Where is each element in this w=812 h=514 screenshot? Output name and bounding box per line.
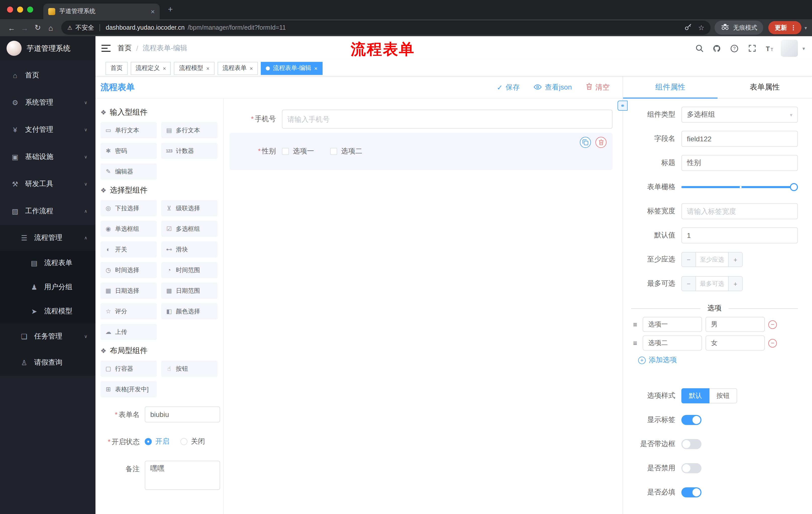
key-icon[interactable]	[685, 23, 692, 32]
slider-handle[interactable]	[790, 183, 798, 191]
forward-icon[interactable]: →	[18, 23, 31, 32]
stepper-minus-button[interactable]: −	[682, 277, 696, 291]
add-option-button[interactable]: + 添加选项	[638, 356, 798, 364]
sidebar-item-home[interactable]: ⌂ 首页	[0, 62, 95, 89]
sidebar-item-workflow[interactable]: ▧ 工作流程 ∧	[0, 198, 95, 225]
stepper-plus-button[interactable]: +	[728, 277, 742, 291]
sidebar-item-process-form[interactable]: ▤ 流程表单	[0, 251, 95, 275]
back-icon[interactable]: ←	[5, 23, 18, 32]
reload-icon[interactable]: ↻	[31, 23, 44, 32]
save-button[interactable]: ✓ 保存	[497, 83, 520, 92]
toolbar-overflow-caret-icon[interactable]: ▾	[805, 25, 807, 30]
tag-process-form-edit[interactable]: 流程表单-编辑 ×	[261, 62, 323, 75]
fullscreen-icon[interactable]	[746, 42, 759, 55]
status-on-radio[interactable]: 开启	[145, 437, 169, 446]
min-select-input[interactable]	[696, 252, 728, 267]
tag-process-model[interactable]: 流程模型 ×	[174, 62, 214, 75]
form-name-input[interactable]	[145, 406, 220, 423]
palette-item-counter[interactable]: 123计数器	[161, 143, 218, 159]
form-remark-textarea[interactable]: 嘿嘿	[145, 461, 220, 490]
address-bar[interactable]: ⚠ 不安全 dashboard.yudao.iocoder.cn /bpm/ma…	[61, 21, 710, 35]
show-label-toggle[interactable]	[682, 415, 701, 425]
option-value-input[interactable]	[705, 335, 765, 351]
duplicate-component-button[interactable]	[580, 137, 591, 148]
sidebar-item-dev-tools[interactable]: ⚒ 研发工具 ∨	[0, 170, 95, 198]
border-toggle[interactable]	[682, 439, 701, 449]
avatar-caret-icon[interactable]: ▾	[803, 46, 805, 51]
search-icon[interactable]	[693, 42, 706, 55]
palette-item-editor[interactable]: ✎编辑器	[100, 163, 157, 180]
new-tab-button[interactable]: +	[168, 4, 173, 15]
palette-item-slider[interactable]: ⊷滑块	[161, 241, 218, 258]
user-avatar[interactable]	[781, 40, 798, 57]
sidebar-item-infrastructure[interactable]: ▣ 基础设施 ∨	[0, 143, 95, 170]
tag-close-icon[interactable]: ×	[206, 65, 209, 71]
remove-option-button[interactable]: −	[768, 320, 777, 329]
breadcrumb-home[interactable]: 首页	[118, 44, 132, 53]
tab-form-props[interactable]: 表单属性	[718, 77, 812, 98]
bookmark-star-icon[interactable]: ☆	[698, 24, 704, 32]
tag-process-definition[interactable]: 流程定义 ×	[130, 62, 171, 75]
default-value-input[interactable]	[682, 227, 798, 243]
palette-item-button[interactable]: ☝按钮	[161, 360, 218, 377]
palette-item-rate[interactable]: ☆评分	[100, 303, 157, 319]
drag-handle-icon[interactable]: ≡	[631, 339, 639, 347]
drag-handle-icon[interactable]: ≡	[631, 320, 639, 328]
home-icon[interactable]: ⌂	[44, 23, 57, 32]
tab-close-icon[interactable]: ×	[151, 7, 155, 15]
sidebar-item-leave-query[interactable]: ♙ 请假查询	[0, 350, 95, 376]
gender-option-2-checkbox[interactable]: 选项二	[330, 147, 362, 156]
sidebar-item-process-model[interactable]: ➤ 流程模型	[0, 299, 95, 323]
phone-input[interactable]	[282, 110, 612, 129]
palette-item-checkbox-group[interactable]: ☑多选框组	[161, 221, 218, 237]
palette-item-switch[interactable]: ◐开关	[100, 241, 157, 258]
palette-item-password[interactable]: ✱密码	[100, 143, 157, 159]
palette-item-time-range[interactable]: ◔时间范围	[161, 262, 218, 278]
palette-item-date-range[interactable]: ▩日期范围	[161, 283, 218, 299]
window-zoom-button[interactable]	[27, 6, 33, 12]
canvas-field-gender-selected[interactable]: *性别 选项一 选项二	[230, 133, 612, 170]
security-label[interactable]: 不安全	[76, 23, 94, 32]
window-close-button[interactable]	[7, 6, 13, 12]
palette-item-select[interactable]: ◎下拉选择	[100, 200, 157, 216]
palette-item-time-picker[interactable]: ◷时间选择	[100, 262, 157, 278]
delete-component-button[interactable]	[596, 137, 607, 148]
tag-close-icon[interactable]: ×	[250, 65, 253, 71]
font-size-icon[interactable]: TT	[763, 42, 776, 55]
clear-button[interactable]: 清空	[586, 83, 609, 92]
panel-link-tag[interactable]: ⚭	[617, 101, 628, 111]
option-label-input[interactable]	[643, 335, 702, 351]
remove-option-button[interactable]: −	[768, 339, 777, 347]
max-select-input[interactable]	[696, 277, 728, 291]
palette-item-table[interactable]: ⊞表格[开发中]	[100, 381, 157, 397]
palette-item-row-container[interactable]: ▢行容器	[100, 360, 157, 377]
browser-menu-dots-icon[interactable]: ⋮	[790, 24, 796, 31]
palette-item-cascader[interactable]: ⊻级联选择	[161, 200, 218, 216]
option-style-button-mode-button[interactable]: 按钮	[709, 388, 737, 403]
update-browser-button[interactable]: 更新 ⋮	[768, 21, 802, 34]
title-input[interactable]	[682, 155, 798, 171]
tag-close-icon[interactable]: ×	[314, 65, 318, 71]
tag-process-form[interactable]: 流程表单 ×	[218, 62, 258, 75]
label-width-input[interactable]	[682, 203, 798, 219]
sidebar-item-system-management[interactable]: ⚙ 系统管理 ∨	[0, 89, 95, 116]
stepper-plus-button[interactable]: +	[728, 252, 742, 267]
hamburger-icon[interactable]	[102, 45, 111, 52]
tag-home[interactable]: 首页	[106, 62, 127, 75]
tag-close-icon[interactable]: ×	[163, 65, 166, 71]
option-value-input[interactable]	[705, 317, 765, 332]
required-toggle[interactable]	[682, 487, 701, 497]
tab-component-props[interactable]: 组件属性	[623, 77, 718, 98]
canvas-field-phone[interactable]: *手机号	[230, 110, 612, 129]
stepper-minus-button[interactable]: −	[682, 252, 696, 267]
palette-item-date-picker[interactable]: ▦日期选择	[100, 283, 157, 299]
sidebar-item-user-groups[interactable]: ♟ 用户分组	[0, 275, 95, 299]
palette-item-single-line-text[interactable]: ▭单行文本	[100, 122, 157, 138]
component-type-select[interactable]: 多选框组 ▾	[682, 107, 798, 123]
sidebar-item-payment-management[interactable]: ¥ 支付管理 ∨	[0, 116, 95, 143]
sidebar-item-task-management[interactable]: ❏ 任务管理 ∨	[0, 323, 95, 350]
gender-option-1-checkbox[interactable]: 选项一	[282, 147, 314, 156]
option-label-input[interactable]	[643, 317, 702, 332]
palette-item-color-picker[interactable]: ◧颜色选择	[161, 303, 218, 319]
sidebar-item-process-management[interactable]: ☰ 流程管理 ∧	[0, 225, 95, 251]
